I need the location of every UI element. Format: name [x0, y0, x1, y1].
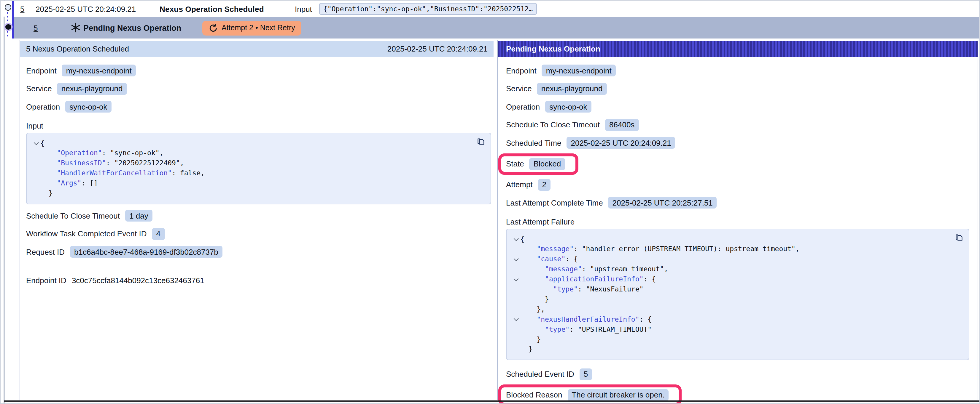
event-input-label: Input [295, 5, 312, 13]
field-value-chip: b1c6a4bc-8ee7-468a-9169-df3b02c8737b [70, 246, 223, 258]
code-line: "BusinessID": "20250225122409", [32, 158, 473, 168]
event-name: Nexus Operation Scheduled [159, 5, 264, 13]
event-history-row[interactable]: 5 2025-02-25 UTC 20:24:09.21 Nexus Opera… [1, 1, 979, 17]
retry-badge-label: Attempt 2 • Next Retry [221, 24, 295, 32]
field-label: State [506, 159, 524, 168]
pending-operation-panel-body: Endpoint my-nexus-endpoint Service nexus… [498, 57, 978, 404]
failure-json-viewer: { "message": "handler error (UPSTREAM_TI… [506, 228, 969, 360]
blocked-reason-chip: The circuit breaker is open. [567, 389, 669, 401]
left-rail-line [3, 1, 5, 403]
endpoint-id-link[interactable]: 3c0c75ccfa8144b092c13ce632463761 [72, 276, 204, 285]
retry-icon [208, 24, 217, 32]
field-value-chip: 86400s [605, 119, 639, 131]
code-line: "Args": [] [32, 178, 473, 189]
field-label: Schedule To Close Timeout [506, 120, 600, 130]
field-row-operation: Operation sync-op-ok [506, 98, 969, 116]
field-row-scheduled-time: Scheduled Time 2025-02-25 UTC 20:24:09.2… [506, 134, 969, 152]
collapse-chevron-icon[interactable] [33, 140, 38, 145]
timeline-node-current-icon [5, 24, 11, 30]
field-value-chip: sync-op-ok [545, 101, 591, 113]
field-row-attempt: Attempt 2 [506, 176, 969, 194]
code-line: "type": "NexusFailure" [511, 284, 951, 295]
field-label: Schedule To Close Timeout [26, 211, 120, 220]
pending-event-id-link[interactable]: 5 [33, 24, 38, 32]
event-input-preview-chip[interactable]: {"Operation":"sync-op-ok","BusinessID":"… [319, 3, 537, 15]
code-line: { [32, 138, 473, 148]
scheduled-event-panel: 5 Nexus Operation Scheduled 2025-02-25 U… [20, 40, 497, 400]
field-value-chip: my-nexus-endpoint [62, 65, 136, 77]
event-detail-panel: 5 Nexus Operation Scheduled 2025-02-25 U… [19, 40, 978, 400]
field-row-service: Service nexus-playground [506, 80, 969, 98]
field-row-wft-completed-id: Workflow Task Completed Event ID 4 [26, 225, 491, 243]
field-label: Blocked Reason [506, 391, 562, 399]
field-label: Endpoint [506, 67, 536, 75]
field-row-state: State Blocked [506, 153, 969, 174]
collapse-chevron-icon[interactable] [514, 317, 518, 322]
field-value-chip: 2025-02-25 UTC 20:25:27.51 [608, 197, 717, 209]
field-value-chip: 5 [579, 368, 592, 380]
left-panel-title: 5 Nexus Operation Scheduled [26, 44, 129, 53]
code-line: "message": "upstream timeout", [511, 264, 951, 274]
event-timestamp: 2025-02-25 UTC 20:24:09.21 [36, 5, 136, 13]
field-row-schedule-to-close: Schedule To Close Timeout 86400s [506, 116, 969, 134]
copy-icon[interactable] [955, 233, 964, 242]
field-label: Scheduled Event ID [506, 370, 574, 379]
field-label: Service [506, 84, 532, 93]
selected-event-indicator-bar [11, 1, 14, 38]
left-panel-timestamp: 2025-02-25 UTC 20:24:09.21 [387, 44, 488, 53]
field-row-schedule-to-close: Schedule To Close Timeout 1 day [26, 207, 491, 225]
scheduled-event-panel-body: Endpoint my-nexus-endpoint Service nexus… [20, 57, 497, 290]
code-line: "message": "handler error (UPSTREAM_TIME… [511, 244, 951, 254]
retry-badge: Attempt 2 • Next Retry [202, 21, 302, 35]
field-value-chip: nexus-playground [57, 83, 127, 95]
code-line: } [511, 334, 951, 344]
pending-operation-panel: Pending Nexus Operation Endpoint my-nexu… [497, 40, 978, 400]
field-value-chip: nexus-playground [537, 83, 607, 95]
field-row-endpoint-id: Endpoint ID 3c0c75ccfa8144b092c13ce63246… [26, 272, 491, 290]
annotation-highlight-state: State Blocked [498, 153, 578, 174]
field-value-chip: 1 day [125, 210, 153, 222]
collapse-chevron-icon[interactable] [514, 276, 518, 281]
field-value-chip: 2025-02-25 UTC 20:24:09.21 [566, 137, 675, 149]
code-line: "HandlerWaitForCancellation": false, [32, 168, 473, 178]
field-row-request-id: Request ID b1c6a4bc-8ee7-468a-9169-df3b0… [26, 243, 491, 261]
field-label: Request ID [26, 247, 65, 256]
code-line: } [511, 295, 951, 304]
scheduled-event-panel-header[interactable]: 5 Nexus Operation Scheduled 2025-02-25 U… [20, 41, 493, 57]
pending-operation-panel-header: Pending Nexus Operation [498, 41, 978, 57]
copy-icon[interactable] [476, 137, 486, 147]
collapse-chevron-icon[interactable] [514, 257, 518, 261]
field-row-scheduled-event-id: Scheduled Event ID 5 [506, 365, 969, 383]
input-section-label: Input [26, 119, 491, 132]
field-label: Service [26, 84, 52, 93]
code-line: } [511, 344, 951, 355]
field-row-endpoint: Endpoint my-nexus-endpoint [506, 62, 969, 80]
field-value-chip: my-nexus-endpoint [542, 65, 616, 77]
pending-asterisk-icon [70, 22, 80, 33]
collapse-chevron-icon[interactable] [514, 236, 518, 241]
field-value-chip: sync-op-ok [65, 101, 111, 113]
event-id-link[interactable]: 5 [20, 5, 24, 13]
code-line: "applicationFailureInfo": { [511, 274, 951, 284]
input-json-viewer: { "Operation": "sync-op-ok", "BusinessID… [26, 132, 491, 204]
failure-section-label: Last Attempt Failure [506, 215, 969, 228]
bottom-divider [4, 400, 979, 402]
code-line: }, [511, 304, 951, 315]
code-line: { [511, 234, 951, 244]
field-value-chip: 4 [152, 228, 165, 239]
temporal-event-history-screen: 5 2025-02-25 UTC 20:24:09.21 Nexus Opera… [0, 0, 980, 404]
field-row-operation: Operation sync-op-ok [26, 98, 491, 116]
code-line: } [32, 189, 473, 198]
code-line: "Operation": "sync-op-ok", [32, 148, 473, 158]
pending-operation-row[interactable]: 5 Pending Nexus Operation Attempt 2 • Ne… [14, 17, 979, 38]
field-label: Attempt [506, 181, 533, 189]
timeline-node-open-icon [5, 4, 11, 11]
field-value-chip: 2 [538, 179, 550, 191]
code-line: "nexusHandlerFailureInfo": { [511, 315, 951, 325]
field-label: Endpoint ID [26, 276, 67, 285]
field-label: Endpoint [26, 67, 57, 75]
field-label: Workflow Task Completed Event ID [26, 229, 147, 238]
field-row-service: Service nexus-playground [26, 80, 491, 98]
code-line: "type": "UPSTREAM_TIMEOUT" [511, 324, 951, 334]
field-row-endpoint: Endpoint my-nexus-endpoint [26, 62, 491, 80]
